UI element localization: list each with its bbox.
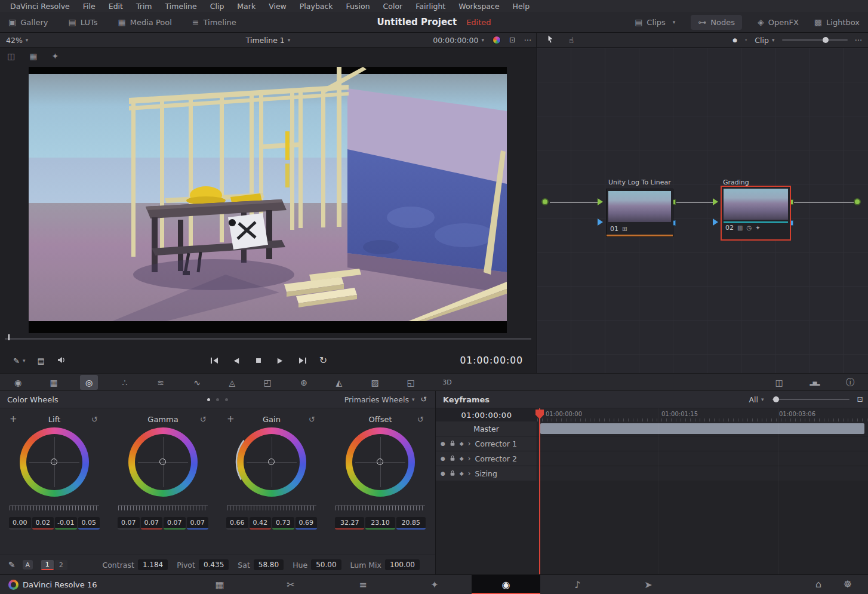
keyframe-track-master[interactable]: Master: [436, 421, 868, 436]
node-input-triangle[interactable]: [598, 198, 603, 205]
lift-r-value[interactable]: 0.02: [32, 517, 54, 530]
lift-wheel[interactable]: [20, 427, 89, 497]
sizing-icon[interactable]: ◱: [402, 375, 420, 390]
wheel-page-2-button[interactable]: 2: [55, 560, 67, 570]
node-zoom-slider[interactable]: [782, 39, 848, 41]
luts-button[interactable]: ▤ LUTs: [69, 18, 98, 27]
keyframe-track-sizing[interactable]: ● ◆ › Sizing: [436, 466, 868, 481]
media-pool-button[interactable]: ▦ Media Pool: [118, 18, 171, 27]
project-manager-home-icon[interactable]: ⌂: [807, 575, 830, 594]
menu-edit[interactable]: Edit: [102, 2, 130, 11]
rgb-mixer-icon[interactable]: ∴: [116, 375, 134, 390]
lift-g-value[interactable]: -0.01: [55, 517, 77, 530]
gain-wheel[interactable]: [237, 427, 306, 497]
node-toggle-dot2-icon[interactable]: •: [744, 38, 747, 43]
gamma-master-slider[interactable]: [118, 505, 208, 510]
graph-input-dot[interactable]: [541, 198, 549, 205]
menu-color[interactable]: Color: [377, 2, 410, 11]
expand-chevron-icon[interactable]: ›: [468, 470, 471, 477]
lum-mix-value[interactable]: 100.00: [385, 559, 420, 570]
enhanced-viewer-icon[interactable]: ✦: [51, 52, 59, 60]
menu-trim[interactable]: Trim: [130, 2, 159, 11]
node-02[interactable]: 02 ▥ ◷ ✦: [721, 186, 791, 241]
menu-playback[interactable]: Playback: [293, 2, 340, 11]
curves-icon[interactable]: ∿: [188, 375, 206, 390]
expand-chevron-icon[interactable]: ›: [468, 455, 471, 462]
contrast-value[interactable]: 1.184: [138, 559, 168, 570]
clips-button[interactable]: ▤ Clips ▾: [635, 18, 675, 27]
play-reverse-button[interactable]: [231, 355, 242, 366]
wheel-indicator[interactable]: [51, 458, 57, 465]
edit-page-button[interactable]: ≡: [346, 575, 380, 594]
offset-master-slider[interactable]: [335, 505, 425, 510]
wipe-modes-icon[interactable]: ◫: [7, 52, 15, 60]
lock-icon[interactable]: [450, 454, 455, 463]
gamma-wheel[interactable]: [128, 427, 198, 497]
reset-all-icon[interactable]: ↺: [421, 396, 427, 404]
wheel-page-1-button[interactable]: 1: [41, 560, 54, 570]
graph-output-dot[interactable]: [854, 198, 861, 205]
offset-wheel[interactable]: [346, 427, 415, 497]
gain-g-value[interactable]: 0.73: [272, 517, 294, 530]
page-dot-2[interactable]: [216, 398, 219, 401]
gamma-g-value[interactable]: 0.07: [164, 517, 186, 530]
pivot-value[interactable]: 0.435: [199, 559, 229, 570]
reset-icon[interactable]: ↺: [309, 416, 315, 423]
stereo-3d-icon[interactable]: 3D: [438, 375, 456, 390]
reset-icon[interactable]: ↺: [417, 416, 424, 423]
reset-icon[interactable]: ↺: [91, 416, 98, 423]
keyframe-track-corrector1[interactable]: ● ◆ › Corrector 1: [436, 436, 868, 451]
node-options-icon[interactable]: ⋯: [855, 36, 863, 44]
fusion-page-button[interactable]: ✦: [418, 575, 451, 594]
keyframe-diamond-icon[interactable]: ◆: [460, 456, 464, 461]
node-view-select[interactable]: Clip ▾: [755, 36, 774, 45]
lightbox-button[interactable]: ▩ Lightbox: [814, 18, 860, 27]
gamma-b-value[interactable]: 0.07: [187, 517, 209, 530]
menu-help[interactable]: Help: [506, 2, 537, 11]
expand-panel-icon[interactable]: ⊡: [857, 396, 863, 404]
crosshair-icon[interactable]: +: [227, 415, 235, 424]
expand-chevron-icon[interactable]: ›: [468, 440, 471, 447]
openfx-button[interactable]: ◈ OpenFX: [758, 18, 799, 27]
key-icon[interactable]: ▨: [366, 375, 384, 390]
page-dot-3[interactable]: [225, 398, 228, 401]
cut-page-button[interactable]: ✂: [274, 575, 307, 594]
lift-b-value[interactable]: 0.05: [78, 517, 100, 530]
menu-fairlight[interactable]: Fairlight: [409, 2, 452, 11]
tracker-icon[interactable]: ⊕: [295, 375, 313, 390]
color-wheels-icon[interactable]: ◎: [80, 375, 98, 390]
gamma-r-value[interactable]: 0.07: [141, 517, 163, 530]
node-key-input-triangle[interactable]: [713, 218, 718, 226]
keyframe-diamond-icon[interactable]: ◆: [460, 441, 464, 447]
grid-view-icon[interactable]: ▦: [29, 52, 37, 60]
loop-button[interactable]: ↻: [319, 356, 327, 365]
keyframe-track-corrector2[interactable]: ● ◆ › Corrector 2: [436, 451, 868, 466]
jump-to-end-button[interactable]: [297, 355, 308, 366]
scopes-icon[interactable]: ▂▅▂: [805, 375, 823, 390]
wheel-indicator[interactable]: [377, 458, 383, 465]
pointer-tool-icon[interactable]: [546, 35, 555, 45]
page-dot-1[interactable]: [207, 398, 210, 401]
expand-viewer-icon[interactable]: ⊡: [509, 36, 515, 44]
color-match-icon[interactable]: ▦: [45, 375, 63, 390]
enable-dot-icon[interactable]: ●: [441, 441, 445, 447]
keyframe-diamond-icon[interactable]: ◆: [460, 471, 464, 476]
qualifier-icon[interactable]: ◬: [223, 375, 241, 390]
master-track-bar[interactable]: [540, 423, 864, 434]
sat-value[interactable]: 58.80: [254, 559, 284, 570]
lock-icon[interactable]: [450, 469, 455, 478]
node-toggle-dot-icon[interactable]: ●: [732, 38, 737, 43]
reset-icon[interactable]: ↺: [200, 416, 207, 423]
viewer-scrub-playhead[interactable]: [8, 334, 10, 340]
transport-timecode[interactable]: 01:00:00:00: [460, 348, 523, 373]
menu-timeline[interactable]: Timeline: [159, 2, 204, 11]
play-button[interactable]: [275, 355, 286, 366]
wheel-indicator[interactable]: [268, 458, 275, 465]
gallery-button[interactable]: ▣ Gallery: [8, 18, 48, 27]
nodes-button[interactable]: ⊶ Nodes: [691, 15, 742, 30]
viewer-timecode-select[interactable]: 00:00:00:00 ▾: [433, 36, 484, 45]
deliver-page-button[interactable]: ➤: [632, 575, 665, 594]
menu-view[interactable]: View: [262, 2, 293, 11]
wheels-mode-select[interactable]: Primaries Wheels ▾: [344, 395, 415, 404]
menu-clip[interactable]: Clip: [204, 2, 231, 11]
